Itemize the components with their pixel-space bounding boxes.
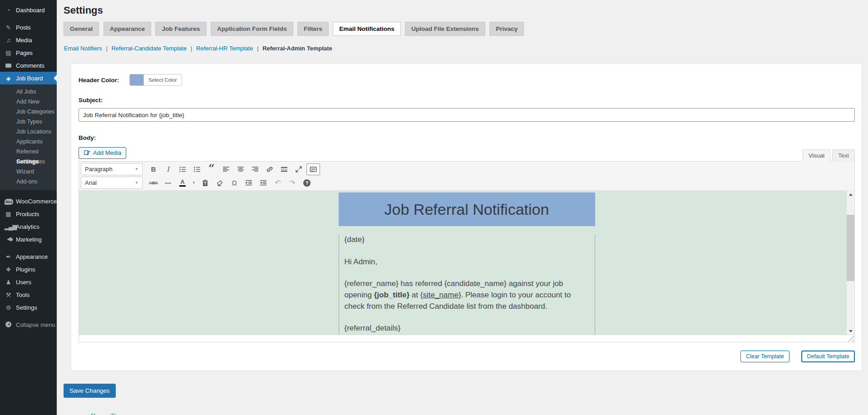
media-icon [84,149,90,156]
clear-formatting-button[interactable] [213,177,227,189]
link-referral-hr-template[interactable]: Referral-HR Template [196,45,253,52]
blockquote-icon: “ [208,166,215,173]
toolbar-toggle-button[interactable] [306,163,320,175]
indent-button[interactable] [256,177,270,189]
submenu-add-new[interactable]: Add New [0,97,57,107]
strikethrough-button[interactable]: ABC [147,177,160,189]
link-referral-candidate-template[interactable]: Referral-Candidate Template [111,45,187,52]
sidebar-item-plugins[interactable]: ❖ Plugins [0,263,57,276]
editor-scrollbar[interactable] [847,191,854,335]
submenu-wizard[interactable]: Wizard [0,167,57,177]
save-changes-button[interactable]: Save Changes [64,384,116,398]
sidebar-item-label: Marketing [16,236,42,243]
blockquote-button[interactable]: “ [205,163,218,175]
tab-email-notifications[interactable]: Email Notifications [333,22,401,36]
text-tab[interactable]: Text [832,149,855,162]
tab-job-features[interactable]: Job Features [155,22,206,36]
submenu-all-jobs[interactable]: All Jobs [0,87,57,97]
paragraph-dropdown[interactable]: Paragraph ▼ [81,163,143,175]
align-left-button[interactable] [219,163,233,175]
sidebar-item-marketing[interactable]: Marketing [0,233,57,246]
visual-tab[interactable]: Visual [803,149,830,162]
submenu-job-types[interactable]: Job Types [0,117,57,127]
settings-tabs: General Appearance Job Features Applicat… [64,22,868,36]
bar-chart-icon: ▂▄▆ [5,224,12,230]
fullscreen-button[interactable] [292,163,306,175]
text-color-caret-button[interactable]: ▼ [190,177,197,189]
submenu-applicants[interactable]: Applicants [0,137,57,147]
subject-input[interactable] [79,108,855,122]
collapse-arrow-icon [5,321,12,328]
editor-content-area[interactable]: Job Referral Notification {date} Hi Admi… [79,190,854,335]
redo-button[interactable]: ↷ [286,177,299,189]
link-email-notifiers[interactable]: Email Notifiers [64,45,102,52]
sidebar-item-users[interactable]: ♟ Users [0,276,57,288]
font-family-dropdown[interactable]: Arial ▼ [81,177,143,189]
resize-grip[interactable] [848,336,854,341]
sidebar-item-appearance[interactable]: ✒ Appearance [0,250,57,263]
horizontal-rule-icon: — [165,179,171,187]
text-color-button[interactable]: A [176,177,189,189]
products-icon: ▦ [5,211,12,217]
sidebar-item-products[interactable]: ▦ Products [0,208,57,220]
select-color-button[interactable]: Select Color [129,74,182,86]
numbered-list-button[interactable] [190,163,204,175]
submenu-settings[interactable]: Settings [0,157,57,167]
bold-button[interactable]: B [147,163,160,175]
sidebar-item-comments[interactable]: Comments [0,59,57,72]
submenu-add-ons[interactable]: Add-ons [0,177,57,187]
bullet-list-button[interactable] [176,163,189,175]
outdent-button[interactable] [242,177,256,189]
tab-general[interactable]: General [64,22,99,36]
email-date-line: {date} [345,234,589,246]
sidebar-item-dashboard[interactable]: ◔ Dashboard [0,4,57,16]
help-button[interactable]: ? [300,177,314,189]
bullet-list-icon [178,165,187,174]
sidebar-item-job-board[interactable]: ◈ Job Board [0,72,57,84]
tab-filters[interactable]: Filters [297,22,329,36]
add-media-button[interactable]: Add Media [79,147,126,159]
presstigers-logo[interactable]: PressTigers [91,412,132,415]
default-template-button[interactable]: Default Template [801,351,855,362]
sidebar-item-settings[interactable]: ⚙ Settings [0,301,57,314]
tab-upload-file-extensions[interactable]: Upload File Extensions [405,22,485,36]
horizontal-rule-button[interactable]: — [161,177,175,189]
italic-button[interactable]: I [161,163,175,175]
clear-template-button[interactable]: Clear Template [740,351,789,362]
sidebar-item-label: Appearance [16,253,48,260]
tab-privacy[interactable]: Privacy [489,22,524,36]
align-center-button[interactable] [234,163,247,175]
sidebar-item-tools[interactable]: ⚒ Tools [0,288,57,301]
sidebar-item-pages[interactable]: ▤ Pages [0,46,57,59]
subnav-separator: | [191,45,192,52]
template-settings-card: Header Color: Select Color Subject: Body… [71,64,862,371]
sidebar-item-posts[interactable]: ✎ Posts [0,21,57,34]
plugin-icon: ❖ [5,267,12,272]
submenu-job-locations[interactable]: Job Locations [0,127,57,137]
link-icon [265,165,274,174]
sidebar-item-analytics[interactable]: ▂▄▆ Analytics [0,220,57,233]
read-more-button[interactable] [277,163,291,175]
undo-button[interactable]: ↶ [271,177,285,189]
align-right-button[interactable] [248,163,262,175]
scroll-up-arrow[interactable] [847,191,854,198]
submenu-referred-candidates[interactable]: Referred Candidates [0,147,57,157]
tab-appearance[interactable]: Appearance [104,22,151,36]
scrollbar-thumb[interactable] [847,215,854,281]
sidebar-item-label: Settings [16,304,37,311]
tab-application-form-fields[interactable]: Application Form Fields [211,22,293,36]
collapse-menu-button[interactable]: Collapse menu [0,318,57,331]
email-paragraph-text: at [409,291,420,299]
special-character-button[interactable]: Ω [227,177,241,189]
submenu-job-categories[interactable]: Job Categories [0,107,57,117]
redo-icon: ↷ [289,178,295,187]
sidebar-item-woocommerce[interactable]: Woo WooCommerce [0,195,57,208]
strikethrough-icon: ABC [149,181,158,185]
paste-as-text-button[interactable] [198,177,212,189]
sidebar-item-media[interactable]: ♫ Media [0,34,57,46]
scroll-down-arrow[interactable] [847,327,854,335]
template-actions: Clear Template Default Template [79,351,855,362]
text-color-icon: A [179,179,186,187]
header-color-label: Header Color: [79,77,129,84]
insert-link-button[interactable] [263,163,276,175]
